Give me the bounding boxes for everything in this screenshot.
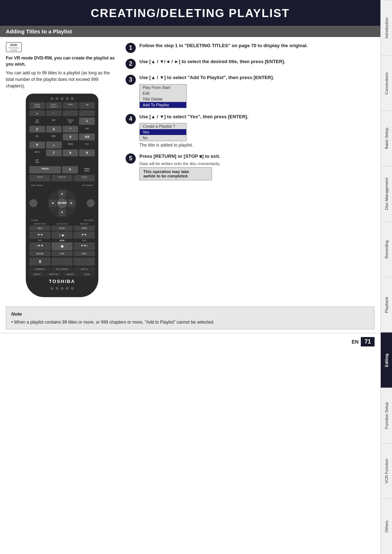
label-abc: JE/ABC — [29, 118, 45, 125]
btn-dvd2[interactable] — [74, 258, 95, 266]
tab-function-setup[interactable]: Function Setup — [381, 388, 392, 443]
transport-row3: |◄◄ ■ ►►| — [29, 242, 95, 250]
label-top-menu: TOP MENU — [82, 184, 93, 186]
btn-power[interactable]: I/⏻ — [79, 102, 95, 109]
btn-2[interactable]: 2 — [29, 126, 45, 133]
playlist-yes: Yes — [140, 129, 186, 135]
btn-input-select[interactable]: INPUTSELECT — [46, 102, 62, 109]
content-area: DVD VR MODE Playlist For VR mode DVD-RW,… — [0, 41, 380, 301]
added-to-playlist-text: The title is added to playlist. — [139, 143, 375, 148]
step-2-content: Use [▲ / ▼/◄ / ►] to select the desired … — [139, 58, 375, 67]
btn-top-menu[interactable] — [87, 199, 95, 207]
btn-audio[interactable]: AUDIO🎵 — [74, 175, 95, 181]
btn-rec[interactable]: REC ● — [74, 267, 95, 271]
btn-vcr[interactable]: VCR — [52, 251, 73, 256]
nav-enter-btn[interactable]: ENTER — [57, 198, 67, 208]
tab-others[interactable]: Others — [381, 498, 392, 554]
main-content: CREATING/DELETING PLAYLIST Adding Titles… — [0, 0, 380, 554]
tab-connections[interactable]: Connections — [381, 56, 392, 111]
btn-hdmi[interactable]: HDMI — [63, 102, 78, 109]
step-1-content: Follow the step 1 in "DELETING TITLES" o… — [139, 42, 375, 51]
btn-play[interactable]: ○► — [52, 231, 73, 239]
btn-arrow-right-top[interactable]: ⇨ — [46, 110, 62, 116]
label-wxyz: WXYZ — [29, 149, 45, 156]
btn-search[interactable]: SEARCH — [63, 272, 78, 276]
step-3: 3 Use [▲ / ▼] to select "Add To Playlist… — [126, 74, 375, 108]
nav-right-btn[interactable]: ► — [68, 200, 75, 207]
btn-ff[interactable]: ►► — [74, 231, 95, 239]
step-5-note: Data will be written onto the disc momen… — [139, 161, 375, 166]
btn-setup[interactable]: SETUP — [29, 175, 50, 181]
btn-1[interactable]: 1 — [79, 118, 95, 125]
label-skip-fwd: SKIP — [74, 239, 95, 242]
btn-chevdown[interactable]: ⌄ — [46, 141, 62, 148]
step-2-title: Use [▲ / ▼/◄ / ►] to select the desired … — [139, 58, 375, 65]
label-def: DEF — [46, 118, 62, 125]
label-return: RETURN — [84, 219, 93, 221]
dot-3 — [61, 97, 64, 100]
btn-disc-menu[interactable] — [29, 199, 37, 207]
btn-dvd[interactable]: DVD — [74, 251, 95, 256]
tab-vcr-function[interactable]: VCR Function — [381, 443, 392, 499]
btn-repeat[interactable]: REPEAT — [29, 272, 45, 276]
remote-brand-label: TOSHIBA — [29, 279, 95, 284]
page-en: EN — [352, 339, 359, 345]
nav-left-btn[interactable]: ◄ — [49, 200, 56, 207]
btn-dubbing[interactable]: DUBBING — [29, 267, 50, 271]
remote-top-dots — [29, 97, 95, 100]
step-5-content: Press [RETURN] or [STOP ■] to exit. Data… — [139, 153, 375, 180]
label-trackbk: TRACKB/K — [63, 118, 78, 125]
btn-zoom[interactable]: ZOOM — [79, 272, 95, 276]
step-3-menu: Play From Start Edit Title Delete Add To… — [139, 84, 187, 108]
btn-check[interactable]: ⌃ — [63, 126, 78, 133]
btn-rec-mode[interactable]: REC MODE — [52, 267, 73, 271]
tab-introduction[interactable]: Introduction — [381, 0, 392, 56]
btn-rev[interactable]: REV — [29, 226, 50, 231]
btn-skip-back[interactable]: |◄◄ — [29, 242, 50, 250]
btn-5[interactable]: ⊙5 — [79, 134, 95, 140]
btn-eject[interactable]: ▲ — [29, 110, 45, 116]
nav-labels: CLEAR RETURN — [29, 219, 95, 221]
btn-0[interactable]: 0 — [62, 166, 78, 173]
step-4-content: Use [▲ / ▼] to select "Yes", then press … — [139, 113, 375, 148]
remote-eject-row: ▲ ⇨ — [29, 110, 95, 116]
btn-vcr2[interactable] — [52, 258, 73, 266]
disc-menu-labels: DISC MENU TOP MENU — [29, 184, 95, 187]
step-1: 1 Follow the step 1 in "DELETING TITLES"… — [126, 42, 375, 53]
label-timer-prog: TIMERPROG — [79, 166, 95, 173]
btn-display[interactable]: DISPLAY — [52, 175, 73, 181]
bot-dot-1 — [50, 287, 53, 290]
nav-circle: ▲ ▼ ◄ ► ENTER — [48, 189, 77, 218]
btn-space[interactable]: SPACE — [29, 166, 61, 173]
rec-row: DUBBING REC MODE REC ● — [29, 267, 95, 271]
step-4: 4 Use [▲ / ▼] to select "Yes", then pres… — [126, 113, 375, 148]
menu-title-delete: Title Delete — [140, 96, 186, 102]
btn-6[interactable]: 6 — [29, 141, 45, 148]
tab-basic-setup[interactable]: Basic Setup — [381, 111, 392, 166]
btn-skip-fwd[interactable]: ►►| — [74, 242, 95, 250]
btn-stop[interactable]: ■ — [52, 242, 73, 250]
tab-recording[interactable]: Recording — [381, 222, 392, 277]
intro-body: You can add up to 99 titles to a playlis… — [6, 70, 118, 89]
btn-3[interactable]: 3 — [46, 126, 62, 133]
btn-pause[interactable]: ⏸ — [29, 258, 50, 266]
tab-disc-management[interactable]: Disc Management — [381, 166, 392, 222]
tab-playback[interactable]: Playback — [381, 277, 392, 333]
dot-2 — [56, 97, 58, 100]
btn-9[interactable]: 9 — [79, 149, 95, 156]
btn-fwd[interactable]: FWD — [74, 226, 95, 231]
nav-down-btn[interactable]: ▼ — [58, 209, 66, 216]
step-4-title: Use [▲ / ▼] to select "Yes", then press … — [139, 113, 375, 120]
btn-rew[interactable]: ◄◄ — [29, 231, 50, 239]
btn-timer-set[interactable]: TIMER SET — [46, 272, 62, 276]
step-1-number: 1 — [126, 43, 136, 53]
tab-editing[interactable]: Editing — [381, 332, 392, 388]
nav-up-btn[interactable]: ▲ — [58, 190, 66, 197]
label-instant-skip: INSTANT SKIP — [29, 223, 50, 225]
btn-pause-label: PAUSE — [29, 251, 50, 256]
btn-4[interactable]: 4 — [63, 134, 78, 140]
btn-open-close[interactable]: OPEN/CLOSE — [29, 102, 45, 109]
btn-7[interactable]: 7 — [46, 149, 62, 156]
btn-8[interactable]: 8 — [63, 149, 78, 156]
note-box: Note • When a playlist contains 99 title… — [6, 307, 375, 330]
